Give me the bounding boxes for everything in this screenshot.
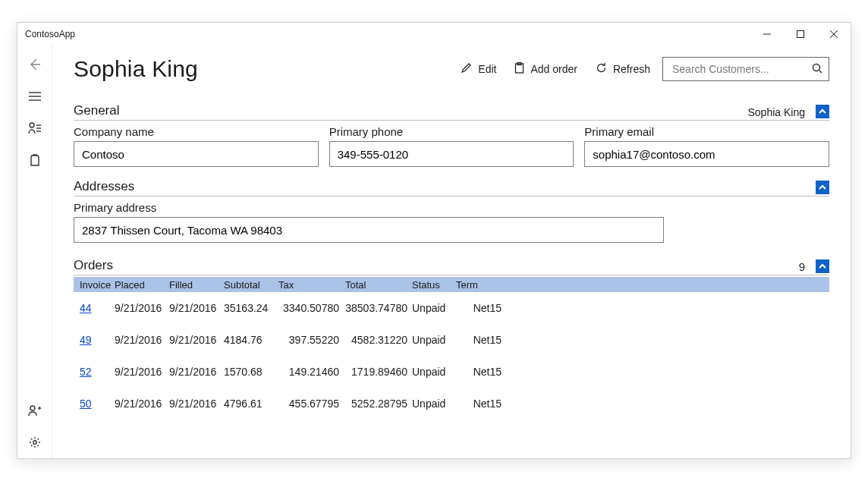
cell-subtotal: 35163.24 bbox=[224, 302, 278, 314]
section-general-title: General bbox=[74, 103, 747, 118]
phone-label: Primary phone bbox=[329, 125, 574, 138]
add-order-button[interactable]: Add order bbox=[514, 62, 577, 76]
svg-line-18 bbox=[819, 71, 822, 73]
collapse-orders-button[interactable] bbox=[816, 259, 829, 273]
section-orders-title: Orders bbox=[74, 258, 799, 273]
refresh-icon bbox=[596, 62, 607, 76]
primary-address-label: Primary address bbox=[74, 201, 664, 214]
cell-filled: 9/21/2016 bbox=[169, 398, 224, 410]
invoice-link[interactable]: 49 bbox=[80, 334, 92, 346]
search-input[interactable] bbox=[671, 62, 812, 76]
invoice-link[interactable]: 50 bbox=[80, 398, 92, 410]
collapse-addresses-button[interactable] bbox=[816, 181, 829, 194]
cell-subtotal: 4184.76 bbox=[224, 334, 278, 346]
close-button[interactable] bbox=[817, 23, 851, 46]
svg-rect-1 bbox=[797, 31, 804, 38]
window-title: ContosoApp bbox=[25, 29, 750, 39]
cell-total: 5252.28795 bbox=[345, 398, 412, 410]
sidebar-item-customers[interactable] bbox=[17, 112, 52, 144]
app-window: ContosoApp bbox=[17, 22, 851, 459]
col-invoice[interactable]: Invoice bbox=[74, 279, 115, 291]
command-bar: Edit Add order Refresh bbox=[461, 62, 650, 76]
sidebar bbox=[17, 46, 52, 458]
col-status[interactable]: Status bbox=[412, 279, 456, 291]
cell-term: Net15 bbox=[456, 366, 502, 378]
cell-status: Unpaid bbox=[412, 302, 456, 314]
refresh-label: Refresh bbox=[613, 63, 650, 75]
primary-address-input[interactable] bbox=[74, 217, 664, 243]
edit-button[interactable]: Edit bbox=[461, 62, 496, 76]
email-input[interactable] bbox=[584, 141, 829, 167]
sidebar-item-settings[interactable] bbox=[17, 426, 52, 458]
orders-count: 9 bbox=[799, 260, 805, 273]
table-row[interactable]: 449/21/20169/21/201635163.243340.5078038… bbox=[74, 292, 829, 324]
invoice-link[interactable]: 52 bbox=[80, 366, 92, 378]
cell-tax: 3340.50780 bbox=[278, 302, 345, 314]
field-email: Primary email bbox=[584, 125, 829, 167]
table-row[interactable]: 499/21/20169/21/20164184.76397.552204582… bbox=[74, 324, 829, 356]
sidebar-item-orders[interactable] bbox=[17, 144, 52, 176]
cell-tax: 455.67795 bbox=[278, 398, 345, 410]
cell-placed: 9/21/2016 bbox=[115, 366, 169, 378]
page-title: Sophia King bbox=[74, 56, 461, 82]
section-general-name: Sophia King bbox=[747, 106, 805, 118]
cell-placed: 9/21/2016 bbox=[115, 302, 169, 314]
collapse-general-button[interactable] bbox=[816, 105, 829, 118]
orders-table: Invoice Placed Filled Subtotal Tax Total… bbox=[74, 277, 829, 420]
col-subtotal[interactable]: Subtotal bbox=[224, 279, 278, 291]
back-button[interactable] bbox=[17, 49, 52, 80]
col-placed[interactable]: Placed bbox=[115, 279, 169, 291]
section-addresses: Addresses Primary address bbox=[74, 179, 829, 243]
cell-subtotal: 1570.68 bbox=[224, 366, 278, 378]
search-box[interactable] bbox=[662, 57, 829, 81]
section-addresses-title: Addresses bbox=[74, 179, 816, 194]
col-term[interactable]: Term bbox=[456, 279, 502, 291]
minimize-button[interactable] bbox=[750, 23, 784, 46]
cell-filled: 9/21/2016 bbox=[169, 366, 224, 378]
add-order-label: Add order bbox=[530, 63, 577, 75]
refresh-button[interactable]: Refresh bbox=[596, 62, 650, 76]
cell-total: 1719.89460 bbox=[345, 366, 412, 378]
table-row[interactable]: 509/21/20169/21/20164796.61455.677955252… bbox=[74, 388, 829, 420]
col-total[interactable]: Total bbox=[345, 279, 412, 291]
cell-term: Net15 bbox=[456, 398, 502, 410]
svg-point-14 bbox=[33, 441, 36, 444]
content-area: Sophia King Edit Add order Refresh bbox=[52, 46, 851, 458]
hamburger-menu-button[interactable] bbox=[17, 80, 52, 112]
email-label: Primary email bbox=[584, 125, 829, 138]
section-general: General Sophia King Company name Primary… bbox=[74, 103, 829, 167]
cell-filled: 9/21/2016 bbox=[169, 334, 224, 346]
col-tax[interactable]: Tax bbox=[278, 279, 345, 291]
svg-point-11 bbox=[30, 406, 35, 410]
phone-input[interactable] bbox=[329, 141, 574, 167]
cell-total: 4582.31220 bbox=[345, 334, 412, 346]
cell-subtotal: 4796.61 bbox=[224, 398, 278, 410]
cell-status: Unpaid bbox=[412, 366, 456, 378]
cell-term: Net15 bbox=[456, 334, 502, 346]
cell-tax: 397.55220 bbox=[278, 334, 345, 346]
company-input[interactable] bbox=[74, 141, 319, 167]
cell-status: Unpaid bbox=[412, 334, 456, 346]
svg-point-7 bbox=[30, 123, 34, 127]
cell-total: 38503.74780 bbox=[345, 302, 412, 314]
cell-tax: 149.21460 bbox=[278, 366, 345, 378]
titlebar: ContosoApp bbox=[17, 23, 851, 46]
cell-placed: 9/21/2016 bbox=[115, 398, 169, 410]
cell-filled: 9/21/2016 bbox=[169, 302, 224, 314]
field-primary-address: Primary address bbox=[74, 201, 664, 243]
cell-placed: 9/21/2016 bbox=[115, 334, 169, 346]
pencil-icon bbox=[461, 62, 472, 76]
edit-label: Edit bbox=[478, 63, 496, 75]
field-phone: Primary phone bbox=[329, 125, 574, 167]
company-label: Company name bbox=[74, 125, 319, 138]
clipboard-icon bbox=[514, 62, 524, 76]
section-orders-header: Orders 9 bbox=[74, 258, 829, 275]
maximize-button[interactable] bbox=[784, 23, 817, 46]
col-filled[interactable]: Filled bbox=[169, 279, 224, 291]
cell-status: Unpaid bbox=[412, 398, 456, 410]
sidebar-item-add-user[interactable] bbox=[17, 395, 52, 426]
table-row[interactable]: 529/21/20169/21/20161570.68149.214601719… bbox=[74, 356, 829, 388]
cell-term: Net15 bbox=[456, 302, 502, 314]
svg-point-17 bbox=[813, 64, 820, 71]
invoice-link[interactable]: 44 bbox=[80, 302, 92, 314]
